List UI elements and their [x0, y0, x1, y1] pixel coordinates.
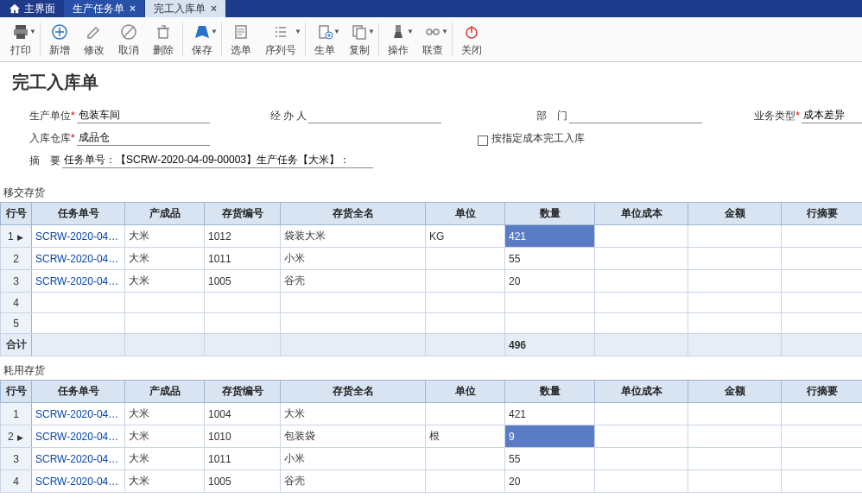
cell-rownum[interactable]: 5 [1, 313, 32, 334]
field-spec-cost[interactable]: 按指定成本完工入库 [478, 131, 585, 146]
col-qty[interactable]: 数量 [505, 381, 595, 403]
prod-unit-input[interactable] [77, 108, 210, 123]
cell-amount[interactable] [688, 403, 782, 425]
cell-unit[interactable] [426, 403, 505, 425]
cell-task[interactable]: SCRW-2020-04-09-0 [32, 225, 125, 248]
cell-name[interactable] [281, 293, 426, 313]
edit-button[interactable]: 修改 [77, 19, 111, 60]
cell-ucost[interactable] [595, 403, 688, 425]
col-amount[interactable]: 金额 [688, 381, 782, 403]
cell-ucost[interactable] [595, 248, 688, 270]
cell-name[interactable]: 小米 [281, 248, 426, 270]
cell-code[interactable]: 1010 [205, 425, 281, 448]
print-button[interactable]: 打印 ▼ [3, 19, 38, 60]
chevron-down-icon[interactable]: ▼ [407, 28, 414, 35]
cell-code[interactable]: 1012 [205, 225, 281, 248]
col-ucost[interactable]: 单位成本 [595, 381, 688, 403]
chevron-down-icon[interactable]: ▼ [333, 28, 340, 35]
cell-amount[interactable] [688, 448, 782, 470]
cell-prod[interactable] [125, 293, 205, 313]
biz-type-input[interactable] [802, 108, 862, 123]
cell-task[interactable]: SCRW-2020-04-09-0 [32, 448, 125, 470]
serial-button[interactable]: 序列号 ▼ [258, 19, 303, 60]
add-button[interactable]: 新增 [42, 19, 77, 60]
cell-ucost[interactable] [595, 270, 688, 293]
cell-amount[interactable] [688, 270, 782, 293]
cell-rownum[interactable]: 3 [1, 270, 32, 293]
cell-unit[interactable] [426, 313, 505, 334]
cancel-button[interactable]: 取消 [111, 19, 146, 60]
cell-unit[interactable] [426, 248, 505, 270]
cell-qty[interactable] [505, 293, 595, 313]
cell-amount[interactable] [688, 293, 782, 313]
cell-task[interactable]: SCRW-2020-04-09-0 [32, 425, 125, 448]
cell-amount[interactable] [688, 470, 782, 493]
cell-qty[interactable]: 9 [505, 425, 595, 448]
cell-remark[interactable] [782, 293, 863, 313]
cell-task[interactable]: SCRW-2020-04-09-0 [32, 270, 125, 293]
cell-name[interactable]: 谷壳 [281, 470, 426, 493]
cell-prod[interactable]: 大米 [125, 225, 205, 248]
cell-remark[interactable] [782, 470, 863, 493]
cell-prod[interactable]: 大米 [125, 248, 205, 270]
cell-amount[interactable] [688, 225, 782, 248]
cell-rownum[interactable]: 2 ▶ [1, 425, 32, 448]
col-remark[interactable]: 行摘要 [782, 381, 863, 403]
cell-name[interactable]: 大米 [281, 403, 426, 425]
cell-code[interactable]: 1011 [205, 448, 281, 470]
table-row[interactable]: 3SCRW-2020-04-09-0大米1005谷壳20 [1, 270, 863, 293]
col-prod[interactable]: 产成品 [125, 203, 205, 225]
cell-ucost[interactable] [595, 470, 688, 493]
table-row[interactable]: 2 ▶SCRW-2020-04-09-0大米1010包装袋根9 [1, 425, 863, 448]
cell-ucost[interactable] [595, 448, 688, 470]
cell-task[interactable] [32, 313, 125, 334]
close-icon[interactable]: × [211, 3, 217, 15]
checkbox-icon[interactable] [478, 135, 488, 146]
cell-prod[interactable]: 大米 [125, 470, 205, 493]
gen-button[interactable]: 生单 ▼ [307, 19, 342, 60]
cell-code[interactable]: 1011 [205, 248, 281, 270]
chevron-down-icon[interactable]: ▼ [441, 28, 448, 35]
cell-task[interactable] [32, 293, 125, 313]
cell-unit[interactable] [426, 293, 505, 313]
operate-button[interactable]: 操作 ▼ [381, 19, 415, 60]
dept-input[interactable] [569, 108, 702, 123]
chevron-down-icon[interactable]: ▼ [211, 28, 218, 35]
cell-prod[interactable]: 大米 [125, 448, 205, 470]
col-amount[interactable]: 金额 [688, 203, 782, 225]
cell-rownum[interactable]: 3 [1, 448, 32, 470]
cell-code[interactable] [205, 313, 281, 334]
col-task[interactable]: 任务单号 [32, 203, 125, 225]
col-name[interactable]: 存货全名 [281, 381, 426, 403]
delete-button[interactable]: 删除 [146, 19, 181, 60]
cell-amount[interactable] [688, 248, 782, 270]
table-row[interactable]: 1SCRW-2020-04-09-0大米1004大米421 [1, 403, 863, 425]
cell-ucost[interactable] [595, 225, 688, 248]
cell-qty[interactable]: 20 [505, 470, 595, 493]
table-row[interactable]: 3SCRW-2020-04-09-0大米1011小米55 [1, 448, 863, 470]
col-unit[interactable]: 单位 [426, 381, 505, 403]
cell-rownum[interactable]: 2 [1, 248, 32, 270]
cell-rownum[interactable]: 4 [1, 470, 32, 493]
cell-amount[interactable] [688, 313, 782, 334]
cell-ucost[interactable] [595, 293, 688, 313]
cell-remark[interactable] [782, 425, 863, 448]
cell-qty[interactable] [505, 313, 595, 334]
summary-input[interactable] [62, 153, 373, 168]
table-row[interactable]: 4SCRW-2020-04-09-0大米1005谷壳20 [1, 470, 863, 493]
col-code[interactable]: 存货编号 [205, 203, 281, 225]
cell-name[interactable]: 谷壳 [281, 270, 426, 293]
chevron-down-icon[interactable]: ▼ [368, 28, 375, 35]
cell-qty[interactable]: 20 [505, 270, 595, 293]
cell-qty[interactable]: 421 [505, 403, 595, 425]
col-task[interactable]: 任务单号 [32, 381, 125, 403]
close-icon[interactable]: × [130, 3, 136, 15]
cell-remark[interactable] [782, 448, 863, 470]
cell-ucost[interactable] [595, 425, 688, 448]
chevron-down-icon[interactable]: ▼ [29, 28, 36, 35]
link-query-button[interactable]: 联查 ▼ [415, 19, 450, 60]
col-rownum[interactable]: 行号 [1, 203, 32, 225]
cell-name[interactable]: 小米 [281, 448, 426, 470]
copy-button[interactable]: 复制 ▼ [342, 19, 377, 60]
col-prod[interactable]: 产成品 [125, 381, 205, 403]
